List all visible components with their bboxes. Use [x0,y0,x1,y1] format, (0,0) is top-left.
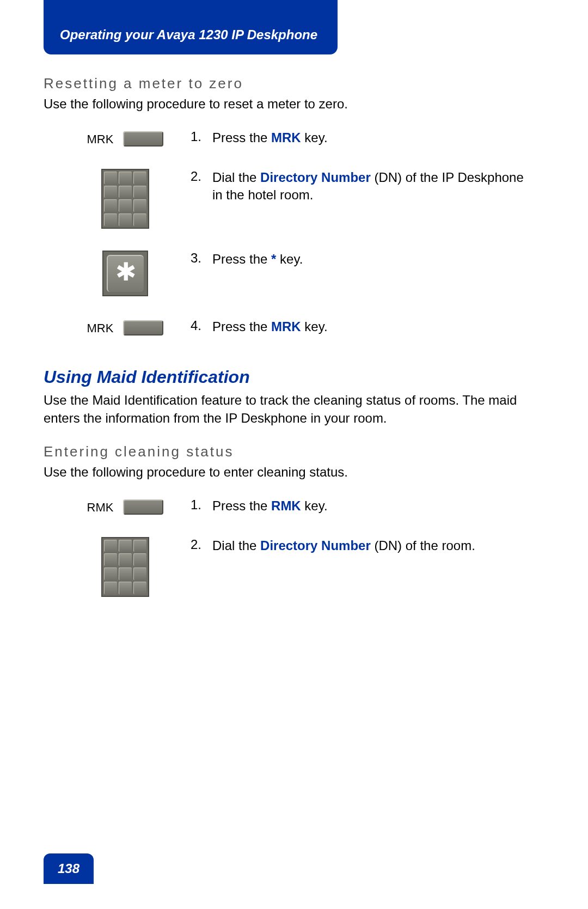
page-number-box: 138 [44,853,94,884]
step-instruction: Press the MRK key. [212,129,544,147]
keypad-icon [101,537,149,597]
key-label: MRK [87,129,114,147]
step-instruction: Press the * key. [212,251,544,268]
step-row: MRK 1. Press the MRK key. [44,129,544,147]
step-icon-col: RMK [44,497,191,515]
step-instruction: Press the RMK key. [212,497,544,515]
asterisk-glyph: ✱ [107,255,144,292]
step-text: 2. Dial the Directory Number (DN) of the… [191,169,544,204]
step-number: 1. [191,129,212,147]
step-post: key. [301,319,328,334]
chapter-header: Operating your Avaya 1230 IP Deskphone [44,0,338,54]
key-label: RMK [87,497,114,515]
section-heading-maid: Using Maid Identification [44,367,544,387]
step-highlight: RMK [271,498,301,513]
subheading-cleaning-status: Entering cleaning status [44,443,544,460]
chapter-header-text: Operating your Avaya 1230 IP Deskphone [60,27,317,42]
step-pre: Press the [212,130,271,145]
intro-cleaning-status: Use the following procedure to enter cle… [44,463,544,481]
soft-key-icon [123,131,163,147]
step-instruction: Dial the Directory Number (DN) of the IP… [212,169,544,204]
step-row: RMK 1. Press the RMK key. [44,497,544,515]
step-row: ✱ 3. Press the * key. [44,251,544,296]
step-row: 2. Dial the Directory Number (DN) of the… [44,537,544,597]
step-highlight: MRK [271,319,301,334]
step-highlight: Directory Number [260,538,371,553]
step-number: 1. [191,497,212,515]
step-pre: Press the [212,498,271,513]
step-icon-col: MRK [44,129,191,147]
step-post: key. [301,130,328,145]
step-text: 1. Press the RMK key. [191,497,544,515]
step-pre: Press the [212,252,271,266]
step-icon-col [44,169,191,229]
intro-maid: Use the Maid Identification feature to t… [44,392,544,427]
step-icon-col [44,537,191,597]
step-pre: Dial the [212,170,260,185]
step-row: 2. Dial the Directory Number (DN) of the… [44,169,544,229]
keypad-icon [101,169,149,229]
step-instruction: Press the MRK key. [212,318,544,335]
step-post: (DN) of the room. [371,538,475,553]
step-number: 3. [191,251,212,268]
step-post: key. [301,498,328,513]
subheading-reset-meter: Resetting a meter to zero [44,75,544,92]
step-number: 2. [191,169,212,204]
step-instruction: Dial the Directory Number (DN) of the ro… [212,537,544,554]
step-number: 2. [191,537,212,554]
key-label: MRK [87,318,114,335]
page-content: Resetting a meter to zero Use the follow… [44,65,544,619]
soft-key-icon [123,499,163,515]
step-highlight: MRK [271,130,301,145]
intro-reset-meter: Use the following procedure to reset a m… [44,95,544,113]
step-pre: Press the [212,319,271,334]
page-number: 138 [58,861,79,876]
step-text: 4. Press the MRK key. [191,318,544,335]
step-highlight: Directory Number [260,170,371,185]
step-number: 4. [191,318,212,335]
step-icon-col: ✱ [44,251,191,296]
step-row: MRK 4. Press the MRK key. [44,318,544,335]
step-highlight: * [271,252,276,266]
step-post: key. [276,252,303,266]
step-text: 1. Press the MRK key. [191,129,544,147]
step-text: 2. Dial the Directory Number (DN) of the… [191,537,544,554]
soft-key-icon [123,320,163,335]
step-pre: Dial the [212,538,260,553]
step-text: 3. Press the * key. [191,251,544,268]
step-icon-col: MRK [44,318,191,335]
star-key-icon: ✱ [102,251,148,296]
